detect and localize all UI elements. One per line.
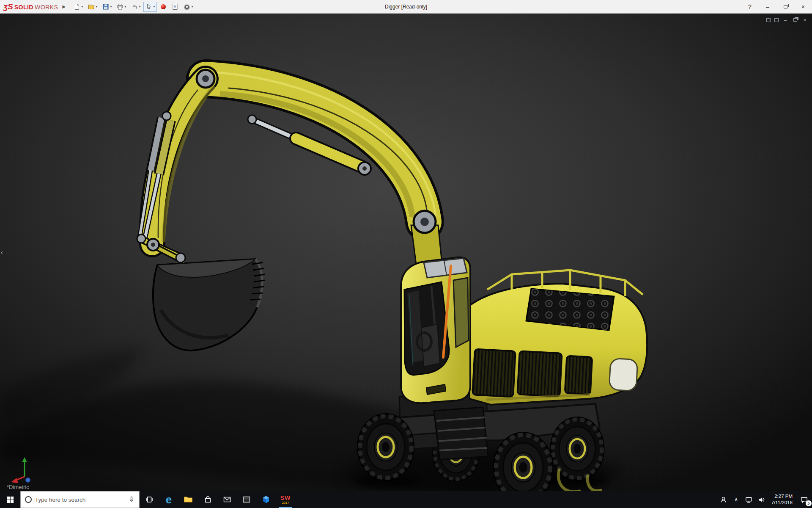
undo-icon xyxy=(131,3,138,10)
solidworks-logo: ʒS SOLIDWORKS xyxy=(3,2,58,11)
dropdown-caret-icon[interactable]: ▾ xyxy=(124,5,126,8)
3d-scene[interactable] xyxy=(0,14,812,491)
select-cursor-icon xyxy=(145,3,152,10)
open-folder-icon xyxy=(88,3,95,10)
action-center-button[interactable]: 2 xyxy=(796,491,812,508)
select-button[interactable]: ▾ xyxy=(143,2,157,12)
new-document-icon xyxy=(74,3,80,10)
dropdown-caret-icon[interactable]: ▾ xyxy=(96,5,97,8)
store-icon xyxy=(204,496,212,504)
dropdown-caret-icon[interactable]: ▾ xyxy=(81,5,83,8)
volume-icon xyxy=(757,496,765,504)
clock-time: 2:27 PM xyxy=(774,493,793,500)
doc-window-icon[interactable] xyxy=(774,18,779,22)
window-controls: ? – × xyxy=(741,0,812,14)
logo-solid-text: SOLID xyxy=(14,4,33,11)
logo-works-text: WORKS xyxy=(35,4,58,11)
doc-close-button[interactable]: × xyxy=(802,17,808,23)
command-prompt-icon xyxy=(242,495,251,504)
edge-icon: e xyxy=(166,494,172,505)
mail-button[interactable] xyxy=(217,491,237,508)
edge-button[interactable]: e xyxy=(159,491,178,508)
featuremanager-flyout-arrow[interactable]: ‹ xyxy=(0,246,4,258)
help-button[interactable]: ? xyxy=(741,0,759,14)
file-explorer-icon xyxy=(184,495,193,504)
minimize-button[interactable]: – xyxy=(759,0,776,14)
quick-access-toolbar: ▾ ▾ ▾ ▾ ▾ ▾ xyxy=(71,2,195,12)
people-button[interactable] xyxy=(717,491,730,508)
solidworks-app-year: 2017 xyxy=(282,501,289,505)
dropdown-caret-icon[interactable]: ▾ xyxy=(139,5,140,8)
cab[interactable] xyxy=(401,257,470,403)
dropdown-caret-icon[interactable]: ▾ xyxy=(110,5,112,8)
wheel-rear-left xyxy=(494,433,553,491)
clock[interactable]: 2:27 PM 7/11/2018 xyxy=(768,491,796,508)
solidworks-app-icon: SW xyxy=(280,495,291,501)
new-document-button[interactable]: ▾ xyxy=(71,2,85,12)
clock-date: 7/11/2018 xyxy=(771,500,793,506)
show-hidden-icons-button[interactable]: ∧ xyxy=(730,491,743,508)
restore-button[interactable] xyxy=(776,0,794,14)
print-button[interactable]: ▾ xyxy=(115,2,128,12)
rebuild-button[interactable] xyxy=(158,2,169,12)
network-button[interactable] xyxy=(743,491,755,508)
people-icon xyxy=(719,496,727,504)
store-button[interactable] xyxy=(198,491,217,508)
volume-button[interactable] xyxy=(755,491,768,508)
search-input[interactable] xyxy=(35,497,125,503)
rebuild-sphere-icon xyxy=(160,3,167,10)
ds-logo-mark: ʒS xyxy=(3,2,13,11)
graphics-area[interactable]: – × ‹ *Dimetric xyxy=(0,14,812,491)
engine-grilles xyxy=(472,349,592,397)
taskbar-search[interactable] xyxy=(20,491,140,508)
options-gear-icon xyxy=(184,3,190,10)
file-explorer-button[interactable] xyxy=(178,491,198,508)
task-view-icon xyxy=(145,495,154,504)
rear-panel xyxy=(609,358,638,391)
options-button[interactable]: ▾ xyxy=(181,2,195,12)
doc-restore-button[interactable] xyxy=(792,17,798,23)
notification-badge: 2 xyxy=(806,500,812,506)
windows-logo-icon xyxy=(7,496,14,503)
taskbar[interactable]: e SW 2017 ∧ 2:2 xyxy=(0,491,812,508)
dropdown-caret-icon[interactable]: ▾ xyxy=(191,5,193,8)
start-button[interactable] xyxy=(0,491,20,508)
mail-icon xyxy=(223,495,231,504)
doc-minimize-button[interactable]: – xyxy=(782,17,788,23)
network-icon xyxy=(745,496,753,504)
step-ladder xyxy=(434,407,488,460)
doc-window-icon[interactable] xyxy=(766,18,771,22)
save-icon xyxy=(102,3,109,10)
document-window-controls: – × xyxy=(766,17,808,23)
3d-cube-icon xyxy=(262,495,270,504)
save-button[interactable]: ▾ xyxy=(100,2,114,12)
taskbar-empty-area[interactable] xyxy=(295,491,717,508)
file-properties-icon xyxy=(172,3,178,10)
3d-builder-button[interactable] xyxy=(256,491,276,508)
open-button[interactable]: ▾ xyxy=(86,2,99,12)
solidworks-2017-button[interactable]: SW 2017 xyxy=(276,491,295,508)
command-prompt-button[interactable] xyxy=(237,491,256,508)
undo-button[interactable]: ▾ xyxy=(129,2,143,12)
wheel-front-left xyxy=(358,414,414,480)
close-button[interactable]: × xyxy=(794,0,812,14)
task-view-button[interactable] xyxy=(140,491,159,508)
view-orientation-label: *Dimetric xyxy=(7,484,29,490)
solidworks-window: ʒS SOLIDWORKS ▶ ▾ ▾ ▾ ▾ ▾ xyxy=(0,0,812,508)
titlebar: ʒS SOLIDWORKS ▶ ▾ ▾ ▾ ▾ ▾ xyxy=(0,0,812,14)
menu-expand-arrow[interactable]: ▶ xyxy=(60,2,67,11)
side-window xyxy=(453,278,469,347)
cortana-icon[interactable] xyxy=(25,496,32,503)
file-properties-button[interactable] xyxy=(170,2,181,12)
document-title: Digger [Read-only] xyxy=(385,0,427,14)
dropdown-caret-icon[interactable]: ▾ xyxy=(153,5,155,8)
doc-restore-icon xyxy=(793,18,797,22)
microphone-icon[interactable] xyxy=(128,496,135,503)
print-icon xyxy=(117,3,123,10)
restore-icon xyxy=(784,5,787,8)
